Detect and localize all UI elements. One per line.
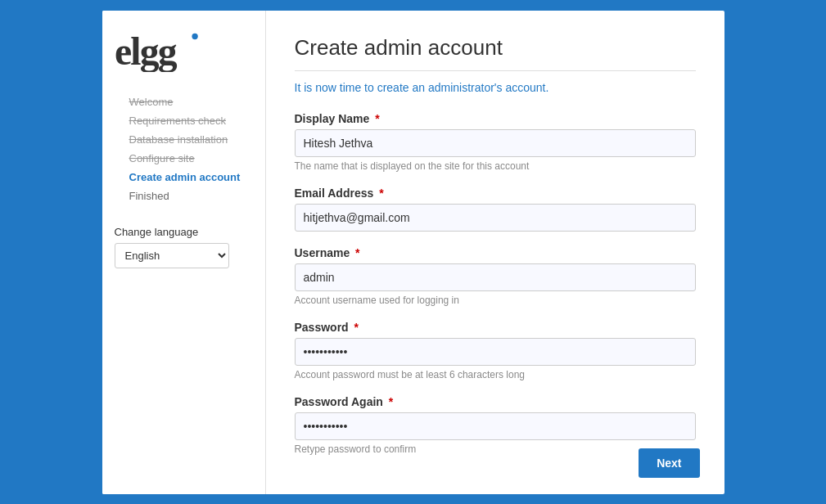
page-title: Create admin account [295,35,696,71]
required-star: * [389,395,393,408]
nav-item-welcome: Welcome [129,92,253,111]
password-again-group: Password Again * Retype password to conf… [295,395,696,455]
password-again-label: Password Again * [295,395,696,408]
display-name-label: Display Name * [295,112,696,125]
required-star: * [354,321,359,334]
svg-text:elgg: elgg [115,30,178,72]
main-content: Create admin account It is now time to c… [266,11,724,494]
required-star: * [355,246,359,259]
language-select[interactable]: English [115,243,229,268]
main-container: elgg Welcome Requirements check Database… [102,11,724,494]
nav-item-create-admin: Create admin account [129,168,253,187]
password-input[interactable] [295,338,696,366]
nav-list: Welcome Requirements check Database inst… [115,92,253,205]
next-button[interactable]: Next [639,448,699,478]
username-hint: Account username used for logging in [295,295,696,306]
password-again-hint: Retype password to confirm [295,443,696,455]
password-again-input[interactable] [295,412,696,440]
password-label: Password * [295,321,696,334]
nav-item-database: Database installation [129,130,253,149]
password-hint: Account password must be at least 6 char… [295,369,696,380]
sidebar: elgg Welcome Requirements check Database… [102,11,266,494]
nav-item-requirements: Requirements check [129,111,253,130]
username-input[interactable] [295,263,696,291]
required-star: * [379,187,383,200]
display-name-hint: The name that is displayed on the site f… [295,160,696,172]
svg-point-1 [192,33,197,38]
email-input[interactable] [295,204,696,232]
logo: elgg [115,27,253,72]
nav-item-finished: Finished [129,187,253,205]
email-group: Email Address * [295,187,696,232]
display-name-group: Display Name * The name that is displaye… [295,112,696,172]
language-label: Change language [115,226,253,238]
required-star: * [375,112,379,125]
email-label: Email Address * [295,187,696,200]
username-group: Username * Account username used for log… [295,246,696,306]
intro-text: It is now time to create an administrato… [295,81,696,94]
username-label: Username * [295,246,696,259]
display-name-input[interactable] [295,129,696,157]
nav-item-configure: Configure site [129,149,253,168]
password-group: Password * Account password must be at l… [295,321,696,380]
language-section: Change language English [115,226,253,268]
